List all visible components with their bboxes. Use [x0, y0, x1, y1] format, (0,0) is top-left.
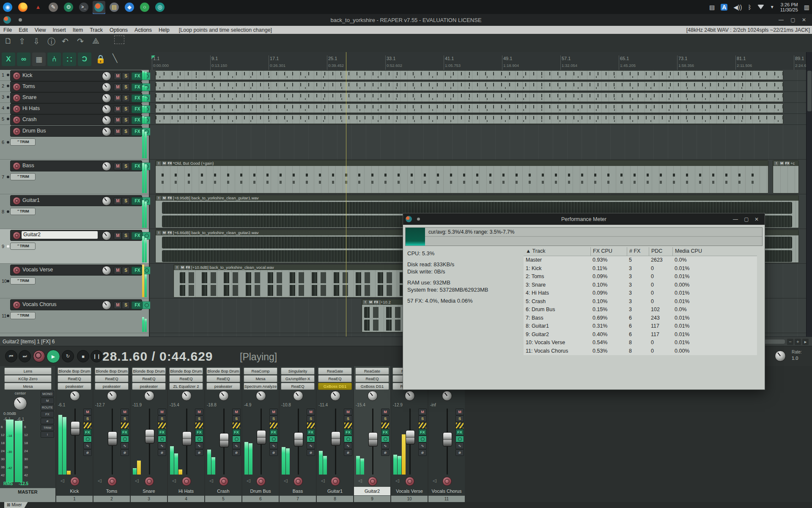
fx-slot[interactable]: ReaGate: [355, 367, 389, 375]
mixer-strip-guitar2[interactable]: ReaGateReaEQGxBoss DS1-15.4MSFX∿ø◁Guitar…: [354, 366, 390, 502]
track-name[interactable]: Toms: [22, 83, 35, 89]
fx-slot[interactable]: Spectrum Analyze: [244, 383, 277, 390]
perf-col-fx-cpu[interactable]: FX CPU: [590, 247, 627, 256]
channel-routing-button[interactable]: [455, 422, 464, 429]
channel-name[interactable]: Vocals Chorus: [428, 487, 465, 495]
record-arm-icon[interactable]: [13, 301, 21, 309]
channel-output-icon[interactable]: ◁: [284, 478, 287, 483]
item-badge-warning[interactable]: !: [156, 231, 161, 235]
fx-slot[interactable]: peakeater: [95, 383, 129, 390]
channel-fx-button[interactable]: FX: [381, 429, 390, 436]
channel-fader-knob[interactable]: [257, 430, 266, 444]
channel-output-icon[interactable]: ◁: [172, 478, 176, 483]
ripple-edit-icon[interactable]: Ɔ: [78, 52, 91, 66]
perf-table-row[interactable]: 8: Guitar10.31%61170.01%: [524, 322, 757, 331]
channel-envelope-button[interactable]: ∿: [232, 442, 241, 449]
wifi-icon[interactable]: [757, 5, 764, 9]
track-name[interactable]: Guitar1: [22, 197, 40, 203]
item-badge-warning[interactable]: !: [175, 265, 179, 270]
channel-solo-button[interactable]: S: [83, 415, 92, 422]
track-panel-guitar1[interactable]: 8Guitar1MSFX⌃TRIM: [0, 194, 149, 229]
channel-routing-button[interactable]: [344, 422, 352, 429]
track-pan-knob[interactable]: [102, 196, 111, 206]
taskbar-app-reaper[interactable]: [93, 1, 105, 14]
channel-routing-button[interactable]: [381, 422, 390, 429]
channel-fx-button[interactable]: FX: [455, 429, 464, 436]
perf-table-row[interactable]: 3: Snare0.10%300.00%: [524, 281, 757, 289]
channel-fx-bypass-button[interactable]: [418, 436, 427, 442]
perf-minimize-button[interactable]: —: [730, 216, 741, 222]
channel-name[interactable]: Guitar1: [317, 487, 353, 495]
channel-mute-button[interactable]: M: [121, 409, 129, 415]
arrange-lane-bass[interactable]: !MFX*Old, But Good (+gain)!MFX+c: [150, 160, 806, 194]
track-fx-button[interactable]: FX: [132, 72, 143, 80]
track-panel-crash[interactable]: 5CrashMSFX: [0, 114, 149, 125]
channel-mute-button[interactable]: M: [344, 409, 352, 415]
channel-output-icon[interactable]: ◁: [358, 478, 362, 483]
channel-solo-button[interactable]: S: [418, 415, 427, 422]
master-ø-button[interactable]: ø: [41, 418, 54, 424]
item-badge-fx[interactable]: FX: [785, 161, 790, 166]
item-badge-m[interactable]: M: [162, 161, 167, 166]
track-pan-knob[interactable]: [102, 83, 111, 92]
arrange-lane-toms[interactable]: [150, 81, 806, 92]
channel-phase-button[interactable]: ø: [344, 449, 352, 456]
channel-fx-bypass-button[interactable]: [307, 436, 315, 442]
record-arm-icon[interactable]: [13, 83, 21, 91]
stop-button[interactable]: ■: [77, 350, 89, 362]
media-item[interactable]: !MFX*Old, But Good (+gain): [155, 160, 768, 193]
channel-fx-button[interactable]: FX: [232, 429, 241, 436]
channel-envelope-button[interactable]: ∿: [344, 442, 352, 449]
fx-slot[interactable]: Blonde Bop Drum: [169, 367, 203, 375]
track-panel-kick[interactable]: 1KickMSFX: [0, 70, 149, 81]
channel-name[interactable]: Drum Bus: [242, 487, 279, 495]
channel-fx-button[interactable]: FX: [195, 429, 203, 436]
track-pan-knob[interactable]: [102, 72, 111, 81]
minimize-button[interactable]: —: [776, 17, 787, 23]
item-badge-fx[interactable]: FX: [167, 231, 172, 235]
track-fx-button[interactable]: FX: [132, 94, 143, 102]
track-panel-guitar2[interactable]: 9Guitar2MSFX⌃TRIM: [0, 229, 149, 264]
channel-record-arm[interactable]: [256, 477, 266, 486]
track-name[interactable]: Vocals Verse: [22, 267, 53, 273]
taskbar-app-file-archiver[interactable]: ▤: [108, 1, 121, 14]
track-mute-button[interactable]: M: [114, 83, 122, 91]
track-header[interactable]: CrashMSFX: [10, 114, 142, 125]
channel-fader-knob[interactable]: [71, 421, 80, 436]
mixer-strip-bass[interactable]: SingularityGxAmplifier-XReaEQ-10.8MSFX∿ø…: [280, 366, 316, 502]
channel-phase-button[interactable]: ø: [269, 449, 278, 456]
channel-pan-knob[interactable]: [405, 391, 415, 401]
channel-mute-button[interactable]: M: [381, 409, 390, 415]
track-pan-knob[interactable]: [102, 162, 111, 171]
track-header[interactable]: KickMSFX: [10, 70, 142, 81]
channel-fader-knob[interactable]: [331, 431, 340, 446]
track-solo-button[interactable]: S: [122, 197, 130, 205]
item-badge-m[interactable]: M: [368, 300, 373, 304]
master-trim-button[interactable]: TRIM: [41, 425, 54, 431]
track-mute-button[interactable]: M: [114, 301, 122, 309]
record-arm-dot[interactable]: [7, 96, 9, 98]
arrange-lane-snare[interactable]: [150, 92, 806, 103]
perf-maximize-button[interactable]: ▢: [741, 216, 752, 222]
track-solo-button[interactable]: S: [122, 72, 130, 80]
channel-record-arm[interactable]: [107, 477, 117, 486]
channel-mute-button[interactable]: M: [158, 409, 166, 415]
channel-record-arm[interactable]: [145, 477, 154, 486]
channel-solo-button[interactable]: S: [381, 415, 390, 422]
perf-table-row[interactable]: 6: Drum Bus0.15%31020.0%: [524, 306, 757, 314]
close-button[interactable]: ✕: [798, 17, 809, 23]
channel-routing-button[interactable]: [307, 422, 315, 429]
taskbar-app-shutter[interactable]: ◎: [154, 1, 166, 14]
channel-fader-knob[interactable]: [182, 431, 192, 446]
track-header[interactable]: Drum BusMSFX: [10, 126, 142, 137]
track-header[interactable]: Guitar2MSFX: [10, 230, 142, 241]
item-badge-warning[interactable]: !: [363, 300, 368, 304]
channel-phase-button[interactable]: ø: [121, 449, 129, 456]
menu-actions[interactable]: Actions: [131, 27, 155, 33]
track-solo-button[interactable]: S: [122, 116, 130, 124]
mixer-strip-kick[interactable]: Blonde Bop DrumReaEQpeakeater-6.1MSFX∿ø◁…: [56, 366, 93, 502]
item-badge-fx[interactable]: FX: [186, 265, 190, 270]
media-item[interactable]: [155, 81, 783, 91]
channel-record-arm[interactable]: [219, 477, 228, 486]
channel-routing-button[interactable]: [232, 422, 241, 429]
